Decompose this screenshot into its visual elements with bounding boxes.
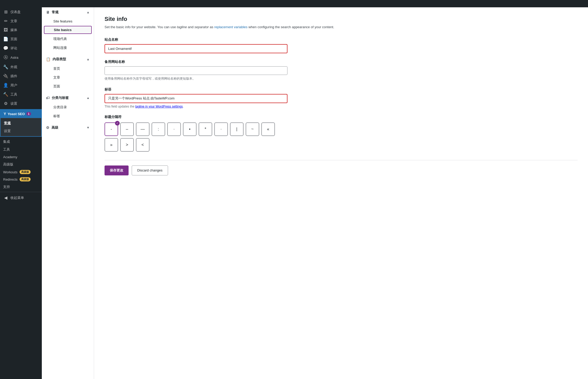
- advanced-section-label: 高级: [51, 125, 58, 130]
- page-description: Set the basic info for your website. You…: [105, 25, 578, 30]
- separator-btn-dash-short[interactable]: - ✓: [105, 122, 118, 136]
- media-icon: 🖼: [3, 28, 8, 32]
- plugins-icon: 🔌: [3, 74, 8, 79]
- separator-btn-colon[interactable]: :: [152, 122, 165, 136]
- submenu-content-types-header[interactable]: 📋 内容类型 ▲: [42, 54, 94, 64]
- site-name-input[interactable]: [105, 44, 287, 53]
- sidebar-label-comments: 评论: [10, 46, 17, 51]
- main-content: Site info Set the basic info for your we…: [94, 0, 588, 379]
- separator-btn-guillemet-left[interactable]: «: [261, 122, 275, 136]
- sidebar: ⊞ 仪表盘 ✏ 文章 🖼 媒体 📄 页面 💬 评论 Ⓐ Astra 🔧 外观 🔌…: [0, 0, 42, 379]
- yoast-header[interactable]: Y Yoast SEO 1: [1, 110, 41, 118]
- tagline-hint-suffix: .: [183, 105, 183, 108]
- yoast-support[interactable]: 支持: [0, 183, 42, 191]
- general-section-icon: 🖥: [46, 10, 50, 14]
- desc-and: and: [187, 25, 194, 29]
- sidebar-collapse[interactable]: ◀ 收起菜单: [0, 193, 42, 202]
- users-icon: 👤: [3, 83, 8, 88]
- sidebar-label-dashboard: 仪表盘: [10, 10, 21, 14]
- sidebar-item-astra[interactable]: Ⓐ Astra: [0, 53, 42, 62]
- separator-char-tilde: ~: [251, 127, 253, 132]
- sidebar-item-dashboard[interactable]: ⊞ 仪表盘: [0, 7, 42, 16]
- settings-icon: ⚙: [3, 101, 8, 106]
- separator-char-guillemet-right: »: [110, 143, 113, 147]
- workouts-premium-badge: 高级版: [20, 170, 31, 174]
- sidebar-item-posts[interactable]: ✏ 文章: [0, 16, 42, 26]
- desc-replacement-variables-link[interactable]: replacement variables: [214, 25, 247, 29]
- save-button[interactable]: 保存更改: [105, 165, 129, 175]
- sidebar-item-tools[interactable]: 🔨 工具: [0, 90, 42, 99]
- submenu-item-posts[interactable]: 文章: [42, 73, 94, 82]
- sidebar-label-appearance: 外观: [10, 65, 17, 69]
- astra-icon: Ⓐ: [3, 55, 8, 60]
- separator-char-dash-long: —: [141, 127, 145, 132]
- sidebar-divider: [0, 192, 42, 192]
- yoast-workouts[interactable]: Workouts 高级版: [0, 168, 42, 176]
- sidebar-item-media[interactable]: 🖼 媒体: [0, 26, 42, 34]
- posts-icon: ✏: [3, 19, 8, 23]
- submenu-general-header[interactable]: 🖥 常规 ▲: [42, 7, 94, 17]
- submenu-item-category-archive[interactable]: 分类目录: [42, 103, 94, 112]
- desc-as: as: [209, 25, 214, 29]
- redirects-premium-badge: 高级版: [20, 177, 31, 181]
- action-bar: 保存更改 Discard changes: [105, 160, 578, 175]
- sidebar-label-astra: Astra: [10, 56, 18, 60]
- separator-btn-asterisk[interactable]: *: [199, 122, 212, 136]
- sidebar-item-plugins[interactable]: 🔌 插件: [0, 72, 42, 81]
- tagline-section: 标语 This field updates the tagline in you…: [105, 87, 578, 108]
- separator-btn-guillemet-right[interactable]: »: [105, 138, 118, 152]
- submenu-item-homepage[interactable]: 首页: [42, 64, 94, 73]
- submenu-item-site-features[interactable]: Site features: [42, 17, 94, 25]
- yoast-badge: 1: [26, 112, 31, 116]
- sidebar-item-pages[interactable]: 📄 页面: [0, 34, 42, 44]
- separator-char-dash-medium: –: [126, 127, 128, 132]
- sidebar-item-settings[interactable]: ⚙ 设置: [0, 99, 42, 108]
- submenu-categories-header[interactable]: 🏷 分类与标签 ▲: [42, 93, 94, 103]
- separator-btn-dash-long[interactable]: —: [136, 122, 149, 136]
- site-name-label: 站点名称: [105, 37, 578, 42]
- submenu-item-website-link[interactable]: 网站连接: [42, 43, 94, 52]
- alt-site-name-input[interactable]: [105, 66, 287, 75]
- yoast-sub-general[interactable]: 常规: [1, 119, 41, 127]
- general-section-label: 常规: [52, 10, 59, 15]
- sidebar-item-users[interactable]: 👤 用户: [0, 81, 42, 90]
- separator-btn-dash-medium[interactable]: –: [120, 122, 134, 136]
- sidebar-item-comments[interactable]: 💬 评论: [0, 44, 42, 53]
- submenu-advanced-header[interactable]: ⚙ 高级 ▼: [42, 123, 94, 133]
- yoast-tools[interactable]: 工具: [0, 146, 42, 153]
- yoast-academy[interactable]: Academy: [0, 153, 42, 161]
- submenu-item-tags[interactable]: 标签: [42, 112, 94, 121]
- separator-char-pipe: |: [236, 127, 237, 132]
- submenu-item-site-basics[interactable]: Site basics: [44, 26, 92, 34]
- tagline-input[interactable]: [105, 94, 287, 103]
- desc-separator: separator: [194, 25, 209, 29]
- general-section-toggle: ▲: [87, 10, 90, 14]
- separator-btn-angle-right[interactable]: >: [120, 138, 134, 152]
- separator-char-asterisk: *: [205, 127, 206, 132]
- yoast-sub-settings[interactable]: 设置: [1, 127, 41, 135]
- yoast-redirects-label: Redirects: [3, 177, 18, 181]
- page-title: Site info: [105, 16, 578, 22]
- sidebar-item-appearance[interactable]: 🔧 外观: [0, 62, 42, 72]
- yoast-integrations[interactable]: 集成: [0, 138, 42, 146]
- submenu-item-pages[interactable]: 页面: [42, 82, 94, 91]
- separator-btn-dot-small[interactable]: ·: [214, 122, 228, 136]
- separator-btn-pipe[interactable]: |: [230, 122, 244, 136]
- separator-btn-tilde[interactable]: ~: [246, 122, 259, 136]
- discard-button[interactable]: Discard changes: [132, 165, 168, 175]
- separator-label: 标题分隔符: [105, 115, 578, 119]
- yoast-premium[interactable]: 高级版: [0, 161, 42, 168]
- yoast-logo-icon: Y: [4, 112, 6, 116]
- yoast-redirects[interactable]: Redirects 高级版: [0, 176, 42, 183]
- separator-btn-angle-left[interactable]: <: [136, 138, 149, 152]
- separator-btn-dot-large[interactable]: ·: [167, 122, 181, 136]
- tools-icon: 🔨: [3, 92, 8, 97]
- desc-tagline: tagline: [177, 25, 187, 29]
- comments-icon: 💬: [3, 46, 8, 51]
- tagline-hint: This field updates the tagline in your W…: [105, 105, 578, 108]
- sidebar-label-settings: 设置: [10, 101, 17, 106]
- separator-btn-dot-middle[interactable]: •: [183, 122, 197, 136]
- separator-char-angle-right: >: [126, 143, 128, 147]
- tagline-wordpress-settings-link[interactable]: tagline in your WordPress settings: [135, 105, 183, 108]
- submenu-item-venue-rep[interactable]: 现场代表: [42, 34, 94, 43]
